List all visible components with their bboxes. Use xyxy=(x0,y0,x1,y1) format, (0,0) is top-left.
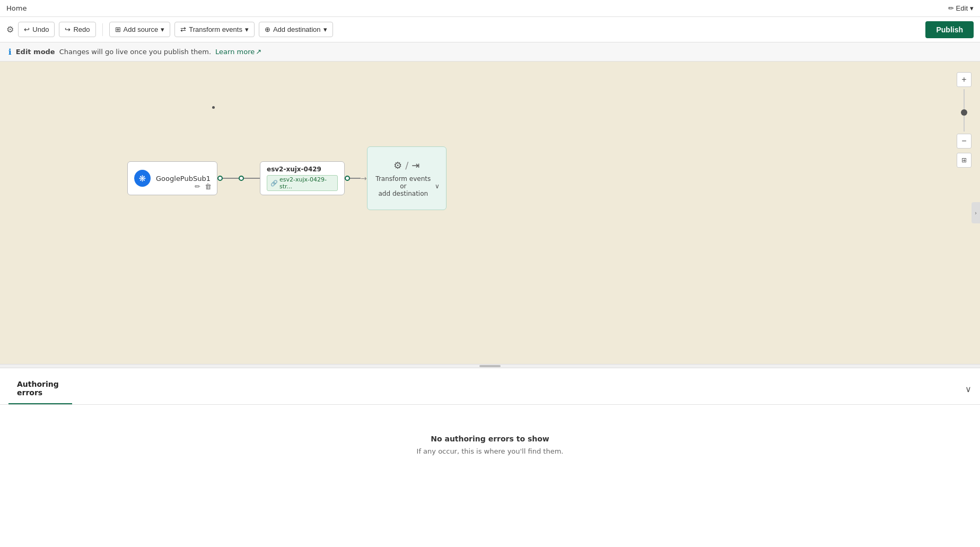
event-hub-badge: 🔗 esv2-xujx-0429-str... xyxy=(267,175,338,191)
arrow-icon: → xyxy=(361,174,367,183)
zoom-controls: + − ⊞ xyxy=(957,72,972,168)
event-hub-node[interactable]: esv2-xujx-0429 🔗 esv2-xujx-0429-str... xyxy=(260,161,345,195)
zoom-slider-thumb xyxy=(961,109,967,116)
bottom-panel-title: Authoring errors xyxy=(17,380,64,397)
connector-line-3 xyxy=(350,178,361,179)
zoom-out-button[interactable]: − xyxy=(957,134,972,149)
edit-mode-label: Edit mode xyxy=(16,48,55,56)
divider-handle xyxy=(479,365,501,367)
canvas: ❋ GooglePubSub1 ✏ 🗑 esv2-xujx-0429 🔗 esv… xyxy=(0,62,980,364)
edit-banner: ℹ Edit mode Changes will go live once yo… xyxy=(0,42,980,62)
gear-icon: ⚙ xyxy=(393,160,402,171)
undo-button[interactable]: ↩ Undo xyxy=(18,22,55,37)
destination-node-icons: ⚙ / ⇥ xyxy=(393,160,419,171)
source-node-icon: ❋ xyxy=(134,170,151,187)
connector-circle-3 xyxy=(345,176,350,181)
add-destination-chevron-icon: ▾ xyxy=(323,25,327,33)
edge-collapse-button[interactable]: › xyxy=(972,202,980,223)
add-source-icon: ⊞ xyxy=(115,25,121,33)
connector-circle-2 xyxy=(239,176,244,181)
page-title: Home xyxy=(6,4,27,12)
zoom-slider-track xyxy=(964,89,965,132)
no-errors-title: No authoring errors to show xyxy=(431,435,549,443)
event-hub-sub: 🔗 esv2-xujx-0429-str... xyxy=(267,175,338,191)
learn-more-link[interactable]: Learn more ↗ xyxy=(215,48,261,56)
add-source-button[interactable]: ⊞ Add source ▾ xyxy=(109,22,171,37)
no-errors-sub: If any occur, this is where you'll find … xyxy=(417,447,564,455)
destination-node[interactable]: ⚙ / ⇥ Transform events oradd destination… xyxy=(367,146,447,210)
transform-events-button[interactable]: ⇄ Transform events ▾ xyxy=(174,22,255,37)
dot-indicator xyxy=(212,106,215,109)
toolbar: ⚙ ↩ Undo ↪ Redo ⊞ Add source ▾ ⇄ Transfo… xyxy=(0,17,980,42)
title-bar: Home ✏ Edit ▾ xyxy=(0,0,980,17)
transform-chevron-icon: ▾ xyxy=(245,25,249,33)
export-icon: ⇥ xyxy=(412,160,419,171)
redo-button[interactable]: ↪ Redo xyxy=(59,22,95,37)
fit-icon: ⊞ xyxy=(961,157,967,164)
edit-pencil-icon: ✏ xyxy=(948,4,954,12)
destination-node-text-row: Transform events oradd destination ∨ xyxy=(374,175,440,197)
info-icon: ℹ xyxy=(8,47,12,57)
expand-panel-button[interactable]: ∨ xyxy=(965,384,972,394)
edge-collapse-icon: › xyxy=(975,210,977,216)
bottom-panel: Authoring errors ∨ No authoring errors t… xyxy=(0,368,980,547)
flow-container: ❋ GooglePubSub1 ✏ 🗑 esv2-xujx-0429 🔗 esv… xyxy=(127,146,447,210)
edit-message: Changes will go live once you publish th… xyxy=(59,48,211,56)
add-source-chevron-icon: ▾ xyxy=(161,25,164,33)
edit-chevron-icon: ▾ xyxy=(970,4,974,12)
destination-node-text: Transform events oradd destination xyxy=(374,175,433,197)
zoom-fit-button[interactable]: ⊞ xyxy=(957,153,972,168)
add-destination-icon: ⊕ xyxy=(265,25,270,33)
link-icon: 🔗 xyxy=(270,180,278,187)
event-hub-title: esv2-xujx-0429 xyxy=(267,166,338,173)
toolbar-separator-1 xyxy=(102,23,103,36)
zoom-in-button[interactable]: + xyxy=(957,72,972,87)
bottom-panel-header-row: Authoring errors ∨ xyxy=(0,368,980,405)
connector-circle-1 xyxy=(217,176,223,181)
connector-2: → xyxy=(345,174,367,183)
source-node[interactable]: ❋ GooglePubSub1 ✏ 🗑 xyxy=(127,161,217,195)
add-destination-button[interactable]: ⊕ Add destination ▾ xyxy=(259,22,333,37)
source-node-actions: ✏ 🗑 xyxy=(194,181,213,192)
connector-1 xyxy=(217,176,260,181)
panel-divider[interactable] xyxy=(0,364,980,368)
publish-button[interactable]: Publish xyxy=(925,21,974,38)
bottom-panel-content: No authoring errors to show If any occur… xyxy=(0,405,980,484)
external-link-icon: ↗ xyxy=(256,48,261,56)
source-delete-button[interactable]: 🗑 xyxy=(204,181,213,192)
separator-slash: / xyxy=(405,160,408,171)
edit-button[interactable]: ✏ Edit ▾ xyxy=(948,4,974,12)
bottom-panel-header: Authoring errors xyxy=(8,374,72,404)
connector-line-1 xyxy=(223,178,239,179)
source-edit-button[interactable]: ✏ xyxy=(194,181,202,192)
undo-icon: ↩ xyxy=(24,25,30,33)
settings-icon[interactable]: ⚙ xyxy=(6,24,14,34)
destination-chevron-icon: ∨ xyxy=(435,183,440,190)
redo-icon: ↪ xyxy=(65,25,71,33)
transform-icon: ⇄ xyxy=(180,25,186,33)
connector-line-2 xyxy=(244,178,260,179)
